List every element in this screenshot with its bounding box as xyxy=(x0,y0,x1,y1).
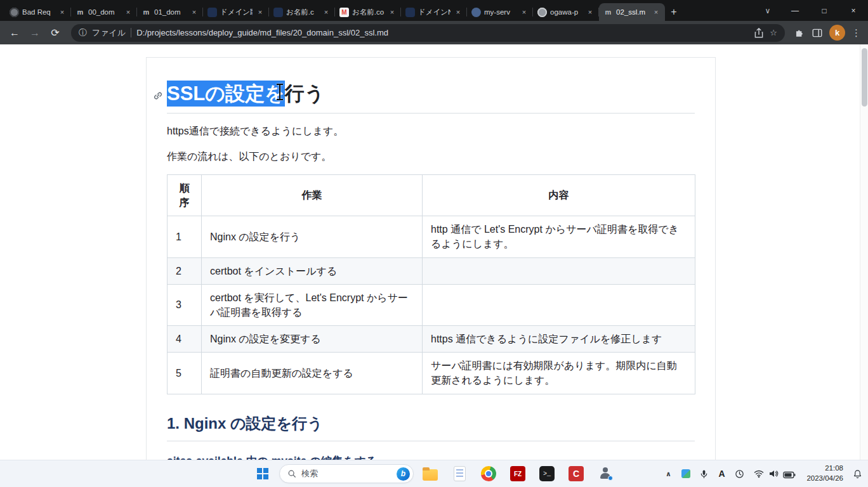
table-cell: 1 xyxy=(168,216,202,257)
scrollbar-thumb[interactable] xyxy=(862,48,867,107)
table-cell: certbot を実行して、Let's Encrypt からサーバ証明書を取得す… xyxy=(202,284,423,325)
table-cell: http 通信で Let's Encrypt からサーバ証明書を取得できるように… xyxy=(423,216,695,257)
tab-close-icon[interactable]: × xyxy=(58,8,67,16)
column-header: 内容 xyxy=(423,174,695,216)
battery-icon xyxy=(783,470,796,477)
share-icon[interactable] xyxy=(753,27,765,39)
taskbar-center-group: 検索 b FZ >_ C xyxy=(250,460,618,487)
markdown-document: SSLの設定を行う https通信で接続できるようにします。 作業の流れは、以下… xyxy=(146,57,716,460)
back-button[interactable]: ← xyxy=(5,23,24,42)
time-text: 21:08 xyxy=(806,464,843,474)
extensions-puzzle-icon[interactable] xyxy=(794,27,805,39)
chrome-button[interactable] xyxy=(476,461,501,486)
table-cell: certbot をインストールする xyxy=(202,257,423,284)
window-controls: ∨ — □ × xyxy=(755,0,868,21)
clock-tray-icon[interactable] xyxy=(731,461,747,486)
table-cell: 2 xyxy=(168,257,202,284)
tab-close-icon[interactable]: × xyxy=(256,8,265,16)
maximize-button[interactable]: □ xyxy=(810,0,839,21)
profile-avatar[interactable]: k xyxy=(829,25,845,41)
table-cell: https 通信できるように設定ファイルを修正します xyxy=(423,326,695,353)
terminal-icon: >_ xyxy=(539,466,555,481)
markdown-favicon-icon: m xyxy=(141,8,151,17)
microphone-icon[interactable] xyxy=(695,461,712,486)
system-tray: ∧ A 21:08 2023/04 xyxy=(660,460,865,487)
tab-02-ssl-active[interactable]: m 02_ssl.m × xyxy=(599,3,665,21)
folder-icon xyxy=(423,469,438,481)
document-app-button[interactable] xyxy=(447,461,472,486)
tab-00-domain[interactable]: m 00_dom × xyxy=(71,3,137,21)
tab-close-icon[interactable]: × xyxy=(652,8,661,16)
tab-label: my-serv xyxy=(484,8,516,16)
table-row: 5 証明書の自動更新の設定をする サーバ証明書には有効期限があります。期限内に自… xyxy=(168,353,695,394)
address-divider xyxy=(131,28,131,37)
tab-bad-request[interactable]: Bad Req × xyxy=(5,3,71,21)
tab-label: ogawa-p xyxy=(550,8,582,16)
table-cell: サーバ証明書には有効期限があります。期限内に自動更新されるようにします。 xyxy=(423,353,695,394)
tab-label: 00_dom xyxy=(88,8,121,16)
start-button[interactable] xyxy=(250,461,275,486)
page-title: SSLの設定を行う xyxy=(167,82,695,107)
filezilla-button[interactable]: FZ xyxy=(505,461,530,486)
table-cell: 4 xyxy=(168,326,202,353)
table-cell: Nginx の設定を行う xyxy=(202,216,423,257)
column-header: 順序 xyxy=(168,174,202,216)
tab-domain-acquire[interactable]: ドメイン取 × xyxy=(203,3,269,21)
terminal-button[interactable]: >_ xyxy=(534,461,560,486)
table-cell xyxy=(423,257,695,284)
tab-search-button[interactable]: ∨ xyxy=(755,0,780,21)
tab-close-icon[interactable]: × xyxy=(322,8,331,16)
tab-close-icon[interactable]: × xyxy=(124,8,133,16)
search-placeholder: 検索 xyxy=(301,468,391,479)
search-icon xyxy=(287,469,296,478)
close-button[interactable]: × xyxy=(839,0,868,21)
tab-ogawa-p[interactable]: ogawa-p × xyxy=(533,3,599,21)
tab-onamae[interactable]: お名前.c × xyxy=(269,3,335,21)
filezilla-icon: FZ xyxy=(510,466,525,481)
new-tab-button[interactable]: + xyxy=(665,3,683,21)
c-app-icon: C xyxy=(569,466,584,481)
notification-bell-icon[interactable] xyxy=(849,461,865,486)
date-text: 2023/04/26 xyxy=(806,474,843,484)
bookmark-star-icon[interactable]: ☆ xyxy=(770,28,777,37)
file-explorer-button[interactable] xyxy=(418,461,443,486)
info-icon[interactable]: ⓘ xyxy=(79,27,87,39)
tab-close-icon[interactable]: × xyxy=(190,8,199,16)
hidden-tray-app-icon[interactable] xyxy=(678,461,694,486)
tray-overflow-chevron-icon[interactable]: ∧ xyxy=(660,461,676,486)
taskbar-clock[interactable]: 21:08 2023/04/26 xyxy=(802,464,848,483)
section-heading: 1. Nginx の設定を行う xyxy=(167,412,695,441)
page-scrollbar[interactable] xyxy=(860,44,868,460)
tab-01-domain[interactable]: m 01_dom × xyxy=(137,3,203,21)
c-app-button[interactable]: C xyxy=(563,461,589,486)
refresh-button[interactable]: ⟳ xyxy=(46,23,65,42)
selected-text: SSLの設定を xyxy=(167,81,285,107)
browser-menu-icon[interactable]: ⋮ xyxy=(852,27,860,39)
tab-close-icon[interactable]: × xyxy=(388,8,397,16)
taskbar-search-input[interactable]: 検索 b xyxy=(279,464,414,483)
globe-favicon-icon xyxy=(10,8,19,17)
heading-anchor-link-icon[interactable] xyxy=(153,90,163,100)
table-cell xyxy=(423,284,695,325)
forward-button: → xyxy=(25,23,44,42)
minimize-button[interactable]: — xyxy=(780,0,810,21)
tab-label: お名前.c xyxy=(286,8,319,17)
url-text: D:/projects/lessons/deploy_guide/md_file… xyxy=(136,28,748,37)
column-header: 作業 xyxy=(202,174,423,216)
tab-my-server[interactable]: my-serv × xyxy=(467,3,533,21)
gmail-favicon-icon: M xyxy=(339,8,349,17)
tab-label: ドメイン取 xyxy=(220,8,253,17)
tab-close-icon[interactable]: × xyxy=(520,8,529,16)
side-panel-icon[interactable] xyxy=(812,27,823,39)
ime-mode-indicator[interactable]: A xyxy=(713,461,730,486)
network-sound-battery-group[interactable] xyxy=(749,461,801,486)
table-cell: 証明書の自動更新の設定をする xyxy=(202,353,423,394)
title-rest: 行う xyxy=(285,82,325,105)
tab-close-icon[interactable]: × xyxy=(454,8,463,16)
tab-domain-n[interactable]: ドメインN × xyxy=(401,3,467,21)
tab-onamae-gmail[interactable]: M お名前.co × xyxy=(335,3,401,21)
people-app-button[interactable] xyxy=(593,461,618,486)
tab-close-icon[interactable]: × xyxy=(586,8,595,16)
address-bar[interactable]: ⓘ ファイル D:/projects/lessons/deploy_guide/… xyxy=(71,24,785,42)
bing-icon: b xyxy=(397,467,410,481)
